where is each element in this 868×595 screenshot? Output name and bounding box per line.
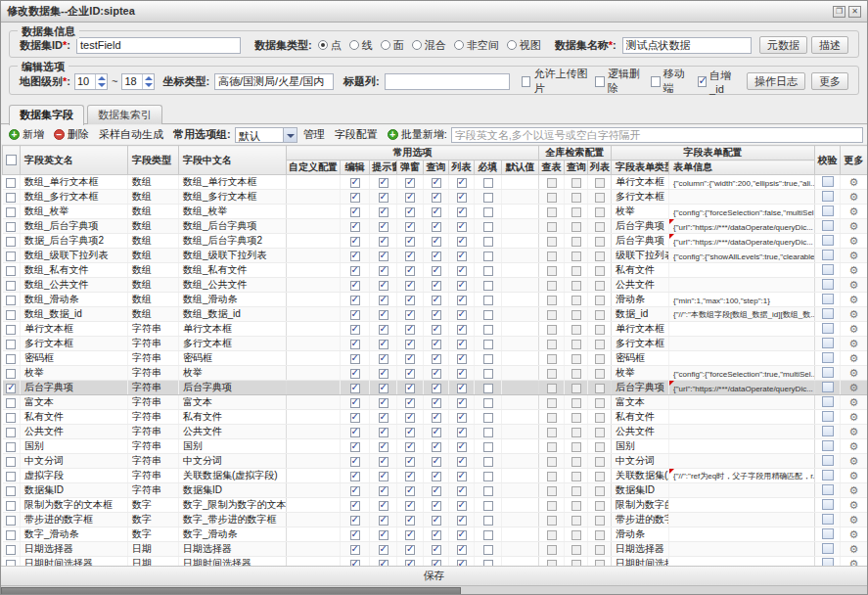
- cell-validate[interactable]: [815, 249, 841, 263]
- check-list-checkbox[interactable]: [457, 516, 467, 526]
- cell-form-info[interactable]: [669, 425, 815, 439]
- check-search-table-checkbox[interactable]: [547, 457, 557, 467]
- field-row[interactable]: 带步进的数字框数字数字_带步进的数字框带步进的数字框⚙: [3, 513, 868, 527]
- check-search-list-cell[interactable]: [588, 205, 612, 219]
- check-edit-cell[interactable]: [341, 410, 370, 425]
- cell-more[interactable]: ⚙: [841, 542, 867, 557]
- field-row[interactable]: 数据集ID字符串数据集ID数据集ID⚙: [3, 483, 868, 498]
- row-more-gear-icon[interactable]: ⚙: [849, 455, 859, 467]
- check-search-table-cell[interactable]: [539, 278, 565, 293]
- check-search-list-cell[interactable]: [588, 322, 612, 337]
- check-popup-cell[interactable]: [397, 513, 424, 527]
- cell-custom-config[interactable]: [287, 205, 341, 219]
- cell-more[interactable]: ⚙: [841, 175, 867, 190]
- row-more-gear-icon[interactable]: ⚙: [849, 279, 859, 291]
- check-search-table-cell[interactable]: [539, 337, 565, 351]
- check-query-checkbox[interactable]: [432, 442, 441, 452]
- cell-form-type[interactable]: 限制为数字的...: [612, 498, 669, 513]
- field-row[interactable]: 中文分词字符串中文分词中文分词⚙: [3, 454, 868, 469]
- check-search-table-cell[interactable]: [539, 483, 565, 498]
- cell-cn-name[interactable]: 日期时间选择器: [179, 557, 287, 567]
- cell-validate[interactable]: [815, 498, 841, 513]
- col-header-cn-name[interactable]: 字段中文名: [179, 146, 287, 175]
- col-header-search-list[interactable]: 列表: [588, 160, 612, 175]
- check-search-query-cell[interactable]: [565, 190, 588, 205]
- cell-default-value[interactable]: [502, 454, 539, 469]
- check-list-cell[interactable]: [449, 307, 475, 322]
- cell-validate[interactable]: [815, 439, 841, 454]
- cell-default-value[interactable]: [502, 366, 539, 381]
- cell-validate[interactable]: [815, 293, 841, 307]
- check-search-query-cell[interactable]: [565, 249, 588, 263]
- validate-button[interactable]: [822, 396, 834, 407]
- cell-en-name[interactable]: 数组_公共文件: [21, 278, 128, 293]
- cell-form-info[interactable]: [669, 190, 815, 205]
- check-required-checkbox[interactable]: [483, 457, 493, 467]
- field-row[interactable]: 数组_后台字典项数组数组_后台字典项后台字典项{"url":"https://*…: [3, 219, 868, 234]
- check-search-table-checkbox[interactable]: [547, 340, 557, 349]
- radio-icon[interactable]: [412, 40, 422, 50]
- check-query-checkbox[interactable]: [432, 516, 441, 526]
- check-search-query-checkbox[interactable]: [571, 545, 581, 555]
- check-query-checkbox[interactable]: [432, 310, 441, 320]
- cell-en-name[interactable]: 数组_级联下拉列表: [21, 249, 128, 263]
- cell-field-type[interactable]: 数组: [128, 263, 179, 278]
- cell-more[interactable]: ⚙: [841, 513, 867, 527]
- cell-custom-config[interactable]: [287, 381, 341, 395]
- cell-default-value[interactable]: [502, 205, 539, 219]
- row-select-checkbox[interactable]: [6, 413, 16, 423]
- check-search-list-checkbox[interactable]: [595, 442, 605, 452]
- check-hint-checkbox[interactable]: [379, 457, 388, 467]
- row-select-checkbox[interactable]: [6, 472, 16, 481]
- validate-button[interactable]: [822, 206, 834, 216]
- check-query-checkbox[interactable]: [432, 222, 441, 232]
- check-required-cell[interactable]: [475, 278, 502, 293]
- check-required-cell[interactable]: [475, 381, 502, 395]
- check-search-query-checkbox[interactable]: [571, 266, 581, 276]
- validate-button[interactable]: [822, 279, 834, 290]
- cell-default-value[interactable]: [502, 498, 539, 513]
- check-required-cell[interactable]: [475, 337, 502, 351]
- check-required-checkbox[interactable]: [483, 237, 493, 247]
- check-query-checkbox[interactable]: [432, 325, 441, 335]
- cell-field-type[interactable]: 数组: [128, 293, 179, 307]
- check-search-table-checkbox[interactable]: [547, 296, 557, 305]
- check-popup-checkbox[interactable]: [405, 516, 415, 526]
- cell-en-name[interactable]: 数组_单行文本框: [21, 175, 128, 190]
- operation-log-button[interactable]: 操作日志: [747, 72, 805, 90]
- check-hint-cell[interactable]: [370, 307, 397, 322]
- field-row[interactable]: 私有文件字符串私有文件私有文件⚙: [3, 410, 868, 425]
- check-search-query-checkbox[interactable]: [571, 340, 581, 349]
- cell-form-info[interactable]: {"config":{"forceSelection":false,"multi…: [669, 205, 815, 219]
- cell-form-type[interactable]: 单行文本框: [612, 322, 669, 337]
- row-more-gear-icon[interactable]: ⚙: [849, 308, 859, 320]
- cell-form-type[interactable]: 枚举: [612, 205, 669, 219]
- check-query-checkbox[interactable]: [432, 340, 441, 349]
- add-field-button[interactable]: +新增: [9, 127, 44, 142]
- check-hint-checkbox[interactable]: [379, 501, 388, 511]
- check-list-checkbox[interactable]: [457, 501, 467, 511]
- check-search-query-checkbox[interactable]: [571, 369, 581, 379]
- check-search-table-checkbox[interactable]: [547, 384, 557, 393]
- check-search-table-cell[interactable]: [539, 498, 565, 513]
- check-search-list-cell[interactable]: [588, 175, 612, 190]
- check-query-cell[interactable]: [424, 395, 449, 410]
- check-list-cell[interactable]: [449, 219, 475, 234]
- cell-default-value[interactable]: [502, 381, 539, 395]
- row-select-checkbox[interactable]: [6, 428, 16, 437]
- check-edit-cell[interactable]: [341, 439, 370, 454]
- check-query-checkbox[interactable]: [432, 266, 441, 276]
- cell-form-type[interactable]: 私有文件: [612, 263, 669, 278]
- check-search-query-cell[interactable]: [565, 425, 588, 439]
- check-hint-cell[interactable]: [370, 454, 397, 469]
- sample-generate-button[interactable]: 采样自动生成: [99, 127, 163, 142]
- check-list-checkbox[interactable]: [457, 428, 467, 437]
- check-edit-checkbox[interactable]: [350, 266, 360, 276]
- check-required-checkbox[interactable]: [483, 369, 493, 379]
- check-search-table-checkbox[interactable]: [547, 310, 557, 320]
- check-list-checkbox[interactable]: [457, 193, 467, 203]
- cell-more[interactable]: ⚙: [841, 483, 867, 498]
- check-required-checkbox[interactable]: [483, 486, 493, 496]
- check-popup-cell[interactable]: [397, 278, 424, 293]
- check-list-checkbox[interactable]: [457, 252, 467, 261]
